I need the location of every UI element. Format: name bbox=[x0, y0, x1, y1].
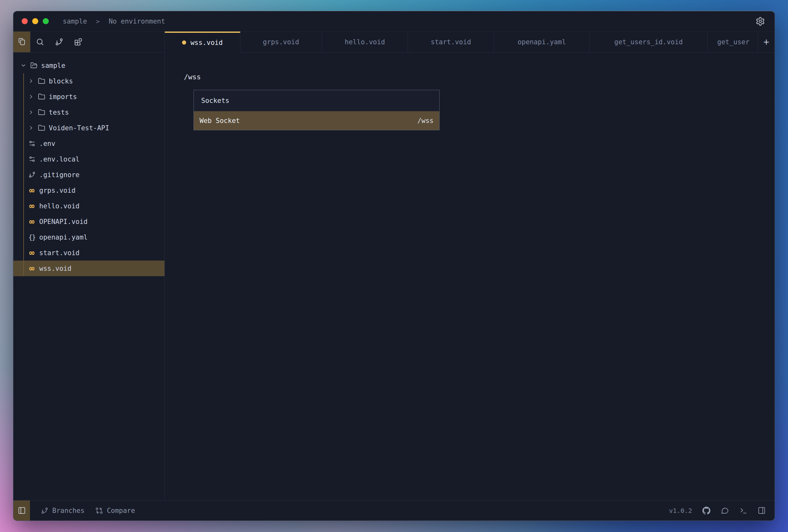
breadcrumb-chevron: > bbox=[96, 18, 100, 25]
plus-icon: + bbox=[764, 36, 769, 47]
sockets-panel-header: Sockets bbox=[194, 90, 439, 111]
indent-guide bbox=[23, 73, 24, 276]
git-button[interactable] bbox=[50, 32, 68, 52]
folder-icon bbox=[38, 77, 45, 85]
github-icon[interactable] bbox=[702, 507, 711, 515]
env-settings-icon bbox=[28, 156, 36, 163]
web-socket-row[interactable]: Web Socket /wss bbox=[194, 111, 439, 130]
tree-item-imports[interactable]: imports bbox=[13, 89, 164, 104]
tab-openapi-yaml[interactable]: openapi.yaml bbox=[494, 32, 590, 53]
tab-start-void[interactable]: start.void bbox=[408, 32, 494, 53]
panel-left-icon bbox=[18, 507, 26, 514]
git-branch-icon bbox=[28, 171, 36, 178]
tab-hello-void[interactable]: hello.void bbox=[322, 32, 408, 53]
infinity-icon: ∞ bbox=[28, 186, 36, 195]
chevron-right-icon bbox=[28, 94, 34, 100]
compare-button[interactable]: Compare bbox=[95, 500, 135, 520]
app-window: sample > No environment bbox=[13, 11, 775, 521]
folder-open-icon bbox=[30, 62, 38, 69]
git-branch-icon bbox=[55, 38, 63, 46]
chat-icon[interactable] bbox=[721, 507, 729, 515]
tree-item-env-local[interactable]: .env.local bbox=[13, 151, 164, 167]
blocks-icon bbox=[74, 38, 82, 46]
tree-item-wss-void[interactable]: ∞ wss.void bbox=[13, 261, 164, 276]
tree-item-env[interactable]: .env bbox=[13, 136, 164, 151]
settings-button[interactable] bbox=[755, 17, 765, 26]
document-content: /wss Sockets Web Socket /wss bbox=[165, 53, 775, 500]
git-compare-icon bbox=[95, 507, 103, 514]
project-name: sample bbox=[63, 18, 87, 25]
minimize-window-button[interactable] bbox=[32, 18, 38, 24]
close-window-button[interactable] bbox=[22, 18, 28, 24]
branches-button[interactable]: Branches bbox=[41, 500, 84, 520]
folder-icon bbox=[38, 109, 45, 116]
app-version: v1.0.2 bbox=[669, 507, 692, 514]
gear-icon bbox=[755, 17, 765, 26]
tree-item-openapi-yaml[interactable]: {} openapi.yaml bbox=[13, 229, 164, 245]
sidebar: sample blocks imports tests bbox=[13, 32, 165, 500]
title-bar: sample > No environment bbox=[13, 11, 775, 32]
search-button[interactable] bbox=[30, 32, 50, 52]
search-icon bbox=[36, 38, 44, 46]
folder-icon bbox=[38, 93, 45, 100]
tree-item-sample[interactable]: sample bbox=[13, 58, 164, 73]
sidebar-toolbar bbox=[13, 32, 164, 53]
tree-item-voiden-test-api[interactable]: Voiden-Test-API bbox=[13, 120, 164, 136]
env-settings-icon bbox=[28, 140, 36, 147]
new-tab-button[interactable]: + bbox=[758, 32, 775, 53]
tree-item-hello-void[interactable]: ∞ hello.void bbox=[13, 198, 164, 214]
tab-grps-void[interactable]: grps.void bbox=[240, 32, 322, 53]
tree-item-start-void[interactable]: ∞ start.void bbox=[13, 245, 164, 261]
extensions-button[interactable] bbox=[68, 32, 88, 52]
infinity-icon: ∞ bbox=[28, 264, 36, 273]
panel-right-icon[interactable] bbox=[758, 507, 766, 514]
infinity-icon: ∞ bbox=[28, 217, 36, 226]
chevron-right-icon bbox=[28, 125, 34, 131]
tree-item-grps-void[interactable]: ∞ grps.void bbox=[13, 183, 164, 198]
chevron-down-icon bbox=[20, 62, 26, 68]
toggle-sidebar-button[interactable] bbox=[13, 500, 30, 520]
chevron-right-icon bbox=[28, 78, 34, 84]
tab-get-users-id-void[interactable]: get_users_id.void bbox=[590, 32, 708, 53]
web-socket-path: /wss bbox=[417, 117, 434, 125]
tree-item-blocks[interactable]: blocks bbox=[13, 73, 164, 89]
folder-icon bbox=[38, 124, 45, 131]
zoom-window-button[interactable] bbox=[43, 18, 49, 24]
traffic-lights bbox=[22, 18, 49, 24]
status-bar: Branches Compare v1.0.2 bbox=[13, 500, 775, 520]
editor-area: wss.void grps.void hello.void start.void… bbox=[165, 32, 775, 500]
tree-item-openapi-void[interactable]: ∞ OPENAPI.void bbox=[13, 214, 164, 229]
infinity-icon: ∞ bbox=[28, 202, 36, 210]
tab-bar: wss.void grps.void hello.void start.void… bbox=[165, 32, 775, 53]
infinity-icon: ∞ bbox=[28, 248, 36, 257]
tab-wss-void[interactable]: wss.void bbox=[165, 32, 240, 53]
explorer-button[interactable] bbox=[13, 32, 30, 52]
terminal-icon[interactable] bbox=[739, 507, 748, 515]
git-branch-icon bbox=[41, 507, 48, 514]
environment-selector[interactable]: No environment bbox=[109, 18, 165, 25]
files-icon bbox=[18, 38, 26, 46]
web-socket-name: Web Socket bbox=[200, 117, 240, 125]
file-tree: sample blocks imports tests bbox=[13, 53, 164, 500]
chevron-right-icon bbox=[28, 109, 34, 115]
unsaved-dot bbox=[182, 40, 186, 45]
tab-get-user[interactable]: get_user bbox=[708, 32, 758, 53]
tree-item-gitignore[interactable]: .gitignore bbox=[13, 167, 164, 183]
endpoint-path: /wss bbox=[184, 73, 775, 81]
braces-icon: {} bbox=[28, 233, 36, 241]
sockets-panel: Sockets Web Socket /wss bbox=[194, 90, 439, 130]
tree-item-tests[interactable]: tests bbox=[13, 104, 164, 120]
